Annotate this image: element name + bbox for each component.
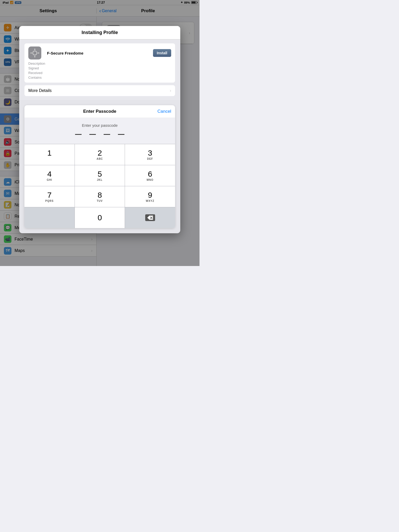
contains-label: Contains xyxy=(28,76,171,79)
inner-profile-name: F-Secure Freedome xyxy=(47,51,153,55)
key-1-number: 1 xyxy=(47,149,52,157)
svg-rect-16 xyxy=(34,56,35,57)
signed-label: Signed xyxy=(28,66,171,70)
numpad-key-6[interactable]: 6 MNO xyxy=(125,165,175,186)
passcode-dialog-title: Enter Passcode xyxy=(83,109,116,114)
overlay: Installing Profile xyxy=(0,0,200,266)
key-7-letters: PQRS xyxy=(45,200,54,202)
key-4-number: 4 xyxy=(47,170,52,178)
numpad-key-0[interactable]: 0 xyxy=(75,207,125,228)
numpad-key-2[interactable]: 2 ABC xyxy=(75,144,125,165)
numpad-key-7[interactable]: 7 PQRS xyxy=(24,186,75,207)
numpad-key-4[interactable]: 4 GHI xyxy=(24,165,75,186)
key-7-number: 7 xyxy=(47,191,52,199)
key-3-number: 3 xyxy=(148,149,152,157)
inner-profile-row: F-Secure Freedome Install xyxy=(28,46,171,59)
numpad-key-1[interactable]: 1 xyxy=(24,144,75,165)
description-label: Description xyxy=(28,62,171,65)
svg-rect-17 xyxy=(30,52,32,54)
install-button[interactable]: Install xyxy=(153,49,171,57)
numpad-key-9[interactable]: 9 WXYZ xyxy=(125,186,175,207)
passcode-dot-1 xyxy=(75,134,82,135)
key-5-letters: JKL xyxy=(97,178,103,181)
passcode-dot-4 xyxy=(118,134,124,135)
inner-profile-card: F-Secure Freedome Install Description Si… xyxy=(24,43,175,83)
key-4-letters: GHI xyxy=(47,178,52,181)
key-8-number: 8 xyxy=(98,191,102,199)
key-3-letters: DEF xyxy=(147,157,153,160)
numpad-row-1: 1 2 ABC 3 DEF xyxy=(24,144,175,165)
numpad-row-3: 7 PQRS 8 TUV 9 WXYZ xyxy=(24,186,175,207)
key-0-number: 0 xyxy=(98,214,102,222)
inner-profile-text: F-Secure Freedome xyxy=(47,51,153,55)
svg-rect-18 xyxy=(38,52,39,54)
installing-title: Installing Profile xyxy=(82,30,118,35)
numpad-delete-key[interactable] xyxy=(125,207,175,228)
numpad-key-3[interactable]: 3 DEF xyxy=(125,144,175,165)
numpad-key-8[interactable]: 8 TUV xyxy=(75,186,125,207)
key-2-letters: ABC xyxy=(97,157,103,160)
more-details-row[interactable]: More Details › xyxy=(24,85,175,96)
passcode-dot-3 xyxy=(104,134,110,135)
key-9-letters: WXYZ xyxy=(146,200,154,202)
key-2-number: 2 xyxy=(98,149,102,157)
numpad-row-2: 4 GHI 5 JKL 6 MNO xyxy=(24,165,175,186)
numpad: 1 2 ABC 3 DEF 4 GHI xyxy=(24,144,175,228)
key-6-number: 6 xyxy=(148,170,152,178)
installing-header: Installing Profile xyxy=(19,26,180,39)
inner-profile-icon xyxy=(28,46,41,59)
more-details-chevron-icon: › xyxy=(170,88,171,93)
installing-dialog: Installing Profile xyxy=(19,26,180,233)
svg-rect-15 xyxy=(34,49,35,50)
key-5-number: 5 xyxy=(98,170,102,178)
passcode-prompt-text: Enter your passcode xyxy=(30,123,170,128)
key-6-letters: MNO xyxy=(147,178,154,181)
inner-profile-area: F-Secure Freedome Install Description Si… xyxy=(19,39,180,100)
delete-icon xyxy=(145,214,155,221)
passcode-header: Enter Passcode Cancel xyxy=(24,105,175,118)
numpad-key-5[interactable]: 5 JKL xyxy=(75,165,125,186)
received-label: Received xyxy=(28,71,171,75)
passcode-dialog: Enter Passcode Cancel Enter your passcod… xyxy=(24,105,175,228)
passcode-prompt: Enter your passcode xyxy=(24,118,175,144)
key-8-letters: TUV xyxy=(97,200,103,202)
key-9-number: 9 xyxy=(148,191,152,199)
more-details-label: More Details xyxy=(28,88,52,93)
key-1-letters xyxy=(49,157,50,160)
numpad-key-empty xyxy=(24,207,75,228)
passcode-cancel-button[interactable]: Cancel xyxy=(157,109,171,114)
passcode-dot-2 xyxy=(89,134,96,135)
numpad-row-4: 0 xyxy=(24,207,175,228)
passcode-dots xyxy=(30,131,170,139)
